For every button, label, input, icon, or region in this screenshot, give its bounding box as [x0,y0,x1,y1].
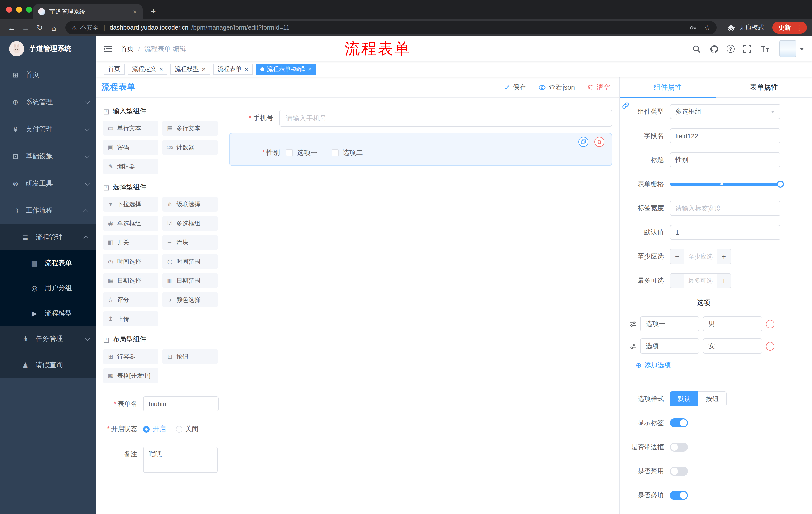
sidebar-item-user-group[interactable]: ◎ 用户分组 [0,276,96,301]
sidebar-item-infrastructure[interactable]: ⊡ 基础设施 [0,143,96,170]
copy-component-button[interactable] [578,137,588,147]
tag-process-form[interactable]: 流程表单 × [213,64,253,75]
delete-component-button[interactable] [594,137,605,147]
gender-option-2-checkbox[interactable]: 选项二 [331,148,363,157]
tag-process-definition[interactable]: 流程定义 × [127,64,167,75]
sidebar-item-process-management[interactable]: ≣ 流程管理 [0,224,96,250]
sidebar-item-system[interactable]: ⊛ 系统管理 [0,88,96,116]
palette-item-multi-line-text[interactable]: ▤ 多行文本 [162,121,218,136]
tab-form-props[interactable]: 表单属性 [716,77,812,97]
palette-item-row-container[interactable]: ⊞ 行容器 [103,349,158,364]
max-select-value[interactable]: 最多可选 [685,274,717,288]
phone-field-row[interactable]: *手机号 [229,110,612,127]
status-off-radio[interactable]: 关闭 [176,425,199,434]
palette-item-checkbox-group[interactable]: ☑ 多选框组 [162,216,218,231]
tag-home[interactable]: 首页 [104,64,125,75]
gender-field-row[interactable]: *性别 选项一 选项二 [236,148,606,157]
home-icon[interactable]: ⌂ [47,21,60,34]
sidebar-item-home[interactable]: ⊞ 首页 [0,61,96,88]
sidebar-item-leave-query[interactable]: ♟ 请假查询 [0,352,96,378]
palette-item-radio-group[interactable]: ◉ 单选框组 [103,216,158,231]
font-size-icon[interactable] [760,44,770,54]
field-name-input[interactable] [670,128,780,143]
tab-close-icon[interactable]: × [132,8,138,15]
tag-close-icon[interactable]: × [308,66,312,72]
sidebar-item-workflow[interactable]: ⇉ 工作流程 [0,197,96,224]
bookmark-star-icon[interactable]: ☆ [704,24,710,32]
clear-button[interactable]: 清空 [587,83,610,92]
palette-item-counter[interactable]: 123 计数器 [162,140,218,155]
form-remark-input[interactable]: 嘿嘿 [143,447,218,473]
palette-item-time-range[interactable]: ◴ 时间范围 [162,254,218,269]
palette-item-rate[interactable]: ☆ 评分 [103,292,158,307]
palette-item-switch[interactable]: ◧ 开关 [103,235,158,250]
sidebar-item-process-form[interactable]: ▤ 流程表单 [0,250,96,276]
add-option-button[interactable]: ⊕ 添加选项 [636,360,781,370]
palette-item-password[interactable]: ▣ 密码 [103,140,158,155]
drag-handle-icon[interactable] [629,320,637,328]
save-button[interactable]: ✓ 保存 [504,83,526,92]
option-2-label-input[interactable] [640,339,699,354]
remove-option-button[interactable]: − [766,342,774,350]
form-name-input[interactable] [143,396,219,411]
increment-button[interactable]: + [717,274,731,288]
palette-item-time-picker[interactable]: ◷ 时间选择 [103,254,158,269]
option-1-label-input[interactable] [640,316,699,331]
link-icon[interactable] [621,102,631,111]
slider-handle[interactable] [777,181,784,188]
sidebar-item-devtools[interactable]: ⊗ 研发工具 [0,170,96,197]
status-on-radio[interactable]: 开启 [143,425,166,434]
browser-tab[interactable]: 芋道管理系统 × [33,4,143,19]
style-button-button[interactable]: 按钮 [698,391,727,406]
minimize-window-button[interactable] [16,6,22,12]
close-window-button[interactable] [6,6,12,12]
increment-button[interactable]: + [717,249,731,264]
decrement-button[interactable]: − [670,249,685,264]
palette-item-table[interactable]: ▩ 表格[开发中] [103,368,158,383]
style-default-button[interactable]: 默认 [670,391,698,406]
disabled-toggle[interactable] [670,467,688,476]
min-select-value[interactable]: 至少应选 [685,249,717,264]
tab-component-props[interactable]: 组件属性 [619,77,716,97]
palette-item-date-picker[interactable]: ▦ 日期选择 [103,273,158,288]
sidebar-item-process-model[interactable]: ▶ 流程模型 [0,301,96,326]
hamburger-icon[interactable] [103,44,113,54]
address-bar[interactable]: ⚠ 不安全 | dashboard.yudao.iocoder.cn/bpm/m… [65,21,717,34]
sidebar-item-payment[interactable]: ¥ 支付管理 [0,116,96,143]
palette-item-single-line-text[interactable]: ▭ 单行文本 [103,121,158,136]
palette-item-slider[interactable]: ⊸ 滑块 [162,235,218,250]
option-1-value-input[interactable] [703,316,762,331]
required-toggle[interactable] [670,491,688,500]
form-canvas[interactable]: *手机号 [223,98,619,514]
label-width-input[interactable] [670,201,780,216]
back-icon[interactable]: ← [5,21,18,34]
gender-option-1-checkbox[interactable]: 选项一 [286,148,317,157]
sidebar-item-task-management[interactable]: ⋔ 任务管理 [0,326,96,352]
fullscreen-icon[interactable] [742,44,752,54]
user-menu[interactable] [779,40,804,57]
zoom-window-button[interactable] [26,6,32,12]
tag-close-icon[interactable]: × [244,66,248,72]
tag-process-model[interactable]: 流程模型 × [170,64,210,75]
default-value-input[interactable] [670,225,780,240]
show-label-toggle[interactable] [670,418,688,428]
component-type-select[interactable]: 多选框组 [670,104,780,119]
forward-icon[interactable]: → [19,21,32,34]
title-input[interactable] [670,153,780,167]
remove-option-button[interactable]: − [766,320,774,328]
question-icon[interactable]: ? [727,45,735,53]
palette-item-editor[interactable]: ✎ 编辑器 [103,159,158,174]
reload-icon[interactable]: ↻ [33,21,46,34]
option-2-value-input[interactable] [703,339,762,354]
palette-item-cascader[interactable]: ⋔ 级联选择 [162,197,218,212]
tag-process-form-edit[interactable]: 流程表单-编辑 × [256,64,316,75]
gender-field-block[interactable]: *性别 选项一 选项二 [229,133,612,166]
browser-menu-icon[interactable]: ⋮ [794,24,804,31]
new-tab-button[interactable]: + [147,5,160,18]
palette-item-color-picker[interactable]: ◑ 颜色选择 [162,292,218,307]
palette-item-upload[interactable]: ↥ 上传 [103,311,158,326]
update-button[interactable]: 更新 ⋮ [772,22,807,34]
palette-item-select[interactable]: ▾ 下拉选择 [103,197,158,212]
phone-input[interactable] [279,110,612,127]
palette-item-button[interactable]: ⊡ 按钮 [162,349,218,364]
